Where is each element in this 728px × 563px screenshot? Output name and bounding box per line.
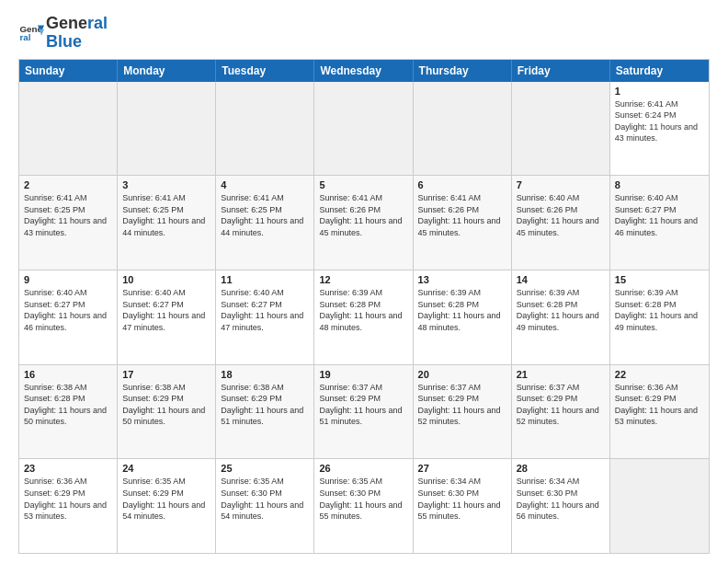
day-info: Sunrise: 6:39 AM Sunset: 6:28 PM Dayligh… (615, 287, 704, 333)
calendar-cell-r2c3: 12Sunrise: 6:39 AM Sunset: 6:28 PM Dayli… (314, 270, 413, 364)
calendar-cell-r4c6 (610, 459, 709, 553)
weekday-header-friday: Friday (512, 60, 610, 82)
day-info: Sunrise: 6:39 AM Sunset: 6:28 PM Dayligh… (418, 287, 506, 333)
calendar-row-3: 16Sunrise: 6:38 AM Sunset: 6:28 PM Dayli… (19, 365, 709, 460)
header: Gene ral General Blue (18, 15, 710, 52)
calendar-cell-r2c0: 9Sunrise: 6:40 AM Sunset: 6:27 PM Daylig… (19, 270, 118, 364)
day-info: Sunrise: 6:39 AM Sunset: 6:28 PM Dayligh… (517, 287, 605, 333)
day-number: 5 (319, 179, 407, 190)
weekday-header-saturday: Saturday (610, 60, 709, 82)
day-number: 20 (418, 369, 506, 380)
day-number: 9 (24, 274, 112, 285)
calendar-cell-r1c3: 5Sunrise: 6:41 AM Sunset: 6:26 PM Daylig… (314, 176, 413, 270)
day-number: 22 (615, 369, 704, 380)
day-info: Sunrise: 6:37 AM Sunset: 6:29 PM Dayligh… (517, 382, 605, 428)
day-number: 1 (615, 86, 704, 97)
calendar-cell-r1c1: 3Sunrise: 6:41 AM Sunset: 6:25 PM Daylig… (118, 176, 216, 270)
calendar-cell-r3c0: 16Sunrise: 6:38 AM Sunset: 6:28 PM Dayli… (19, 365, 118, 459)
page: Gene ral General Blue SundayMondayTuesda… (0, 0, 728, 563)
day-number: 17 (122, 369, 210, 380)
day-info: Sunrise: 6:37 AM Sunset: 6:29 PM Dayligh… (418, 382, 506, 428)
calendar-cell-r4c4: 27Sunrise: 6:34 AM Sunset: 6:30 PM Dayli… (414, 459, 512, 553)
calendar-cell-r3c5: 21Sunrise: 6:37 AM Sunset: 6:29 PM Dayli… (512, 365, 610, 459)
day-info: Sunrise: 6:41 AM Sunset: 6:26 PM Dayligh… (418, 192, 506, 238)
day-info: Sunrise: 6:38 AM Sunset: 6:29 PM Dayligh… (122, 382, 210, 428)
day-info: Sunrise: 6:41 AM Sunset: 6:26 PM Dayligh… (319, 192, 407, 238)
day-info: Sunrise: 6:40 AM Sunset: 6:27 PM Dayligh… (122, 287, 210, 333)
day-info: Sunrise: 6:36 AM Sunset: 6:29 PM Dayligh… (615, 382, 704, 428)
day-number: 12 (319, 274, 407, 285)
weekday-header-thursday: Thursday (414, 60, 512, 82)
calendar-cell-r4c0: 23Sunrise: 6:36 AM Sunset: 6:29 PM Dayli… (19, 459, 118, 553)
calendar-cell-r3c3: 19Sunrise: 6:37 AM Sunset: 6:29 PM Dayli… (314, 365, 413, 459)
calendar-cell-r0c0 (19, 82, 118, 176)
day-info: Sunrise: 6:41 AM Sunset: 6:25 PM Dayligh… (221, 192, 309, 238)
calendar-cell-r2c5: 14Sunrise: 6:39 AM Sunset: 6:28 PM Dayli… (512, 270, 610, 364)
day-info: Sunrise: 6:35 AM Sunset: 6:30 PM Dayligh… (319, 476, 407, 522)
day-number: 4 (221, 179, 309, 190)
calendar-header-row: SundayMondayTuesdayWednesdayThursdayFrid… (19, 60, 709, 82)
svg-text:ral: ral (19, 32, 30, 42)
day-number: 14 (517, 274, 605, 285)
calendar-cell-r1c6: 8Sunrise: 6:40 AM Sunset: 6:27 PM Daylig… (610, 176, 709, 270)
day-info: Sunrise: 6:38 AM Sunset: 6:28 PM Dayligh… (24, 382, 112, 428)
logo-blue: Blue (46, 33, 108, 52)
day-number: 23 (24, 463, 112, 474)
logo: Gene ral General Blue (18, 15, 108, 52)
day-number: 26 (319, 463, 407, 474)
day-number: 10 (122, 274, 210, 285)
day-number: 11 (221, 274, 309, 285)
day-info: Sunrise: 6:35 AM Sunset: 6:29 PM Dayligh… (122, 476, 210, 522)
calendar-row-1: 2Sunrise: 6:41 AM Sunset: 6:25 PM Daylig… (19, 176, 709, 270)
day-number: 16 (24, 369, 112, 380)
day-info: Sunrise: 6:34 AM Sunset: 6:30 PM Dayligh… (517, 476, 605, 522)
day-info: Sunrise: 6:34 AM Sunset: 6:30 PM Dayligh… (418, 476, 506, 522)
calendar-cell-r3c6: 22Sunrise: 6:36 AM Sunset: 6:29 PM Dayli… (610, 365, 709, 459)
calendar-cell-r4c5: 28Sunrise: 6:34 AM Sunset: 6:30 PM Dayli… (512, 459, 610, 553)
day-info: Sunrise: 6:36 AM Sunset: 6:29 PM Dayligh… (24, 476, 112, 522)
calendar-row-0: 1Sunrise: 6:41 AM Sunset: 6:24 PM Daylig… (19, 82, 709, 177)
calendar-cell-r4c1: 24Sunrise: 6:35 AM Sunset: 6:29 PM Dayli… (118, 459, 216, 553)
calendar-row-4: 23Sunrise: 6:36 AM Sunset: 6:29 PM Dayli… (19, 459, 709, 553)
calendar-cell-r0c6: 1Sunrise: 6:41 AM Sunset: 6:24 PM Daylig… (610, 82, 709, 176)
calendar-cell-r0c5 (512, 82, 610, 176)
calendar-cell-r0c2 (216, 82, 314, 176)
day-info: Sunrise: 6:41 AM Sunset: 6:25 PM Dayligh… (122, 192, 210, 238)
calendar-cell-r3c4: 20Sunrise: 6:37 AM Sunset: 6:29 PM Dayli… (414, 365, 512, 459)
day-info: Sunrise: 6:37 AM Sunset: 6:29 PM Dayligh… (319, 382, 407, 428)
day-info: Sunrise: 6:41 AM Sunset: 6:25 PM Dayligh… (24, 192, 112, 238)
day-number: 18 (221, 369, 309, 380)
calendar-cell-r1c4: 6Sunrise: 6:41 AM Sunset: 6:26 PM Daylig… (414, 176, 512, 270)
calendar-cell-r2c6: 15Sunrise: 6:39 AM Sunset: 6:28 PM Dayli… (610, 270, 709, 364)
day-number: 13 (418, 274, 506, 285)
day-number: 28 (517, 463, 605, 474)
calendar-body: 1Sunrise: 6:41 AM Sunset: 6:24 PM Daylig… (19, 82, 709, 553)
weekday-header-wednesday: Wednesday (314, 60, 413, 82)
weekday-header-tuesday: Tuesday (216, 60, 314, 82)
calendar-cell-r1c5: 7Sunrise: 6:40 AM Sunset: 6:26 PM Daylig… (512, 176, 610, 270)
day-info: Sunrise: 6:38 AM Sunset: 6:29 PM Dayligh… (221, 382, 309, 428)
calendar-cell-r3c1: 17Sunrise: 6:38 AM Sunset: 6:29 PM Dayli… (118, 365, 216, 459)
day-info: Sunrise: 6:40 AM Sunset: 6:27 PM Dayligh… (24, 287, 112, 333)
day-number: 6 (418, 179, 506, 190)
calendar-cell-r2c2: 11Sunrise: 6:40 AM Sunset: 6:27 PM Dayli… (216, 270, 314, 364)
calendar-row-2: 9Sunrise: 6:40 AM Sunset: 6:27 PM Daylig… (19, 270, 709, 365)
calendar-cell-r0c3 (314, 82, 413, 176)
calendar-cell-r0c1 (118, 82, 216, 176)
day-number: 7 (517, 179, 605, 190)
day-info: Sunrise: 6:40 AM Sunset: 6:27 PM Dayligh… (615, 192, 704, 238)
calendar-cell-r2c4: 13Sunrise: 6:39 AM Sunset: 6:28 PM Dayli… (414, 270, 512, 364)
calendar-cell-r4c3: 26Sunrise: 6:35 AM Sunset: 6:30 PM Dayli… (314, 459, 413, 553)
day-number: 21 (517, 369, 605, 380)
calendar-cell-r2c1: 10Sunrise: 6:40 AM Sunset: 6:27 PM Dayli… (118, 270, 216, 364)
day-info: Sunrise: 6:41 AM Sunset: 6:24 PM Dayligh… (615, 98, 704, 144)
day-info: Sunrise: 6:39 AM Sunset: 6:28 PM Dayligh… (319, 287, 407, 333)
day-number: 8 (615, 179, 704, 190)
calendar-cell-r4c2: 25Sunrise: 6:35 AM Sunset: 6:30 PM Dayli… (216, 459, 314, 553)
day-number: 24 (122, 463, 210, 474)
weekday-header-monday: Monday (118, 60, 216, 82)
day-number: 27 (418, 463, 506, 474)
day-info: Sunrise: 6:40 AM Sunset: 6:27 PM Dayligh… (221, 287, 309, 333)
day-number: 15 (615, 274, 704, 285)
logo-icon: Gene ral (18, 20, 44, 46)
